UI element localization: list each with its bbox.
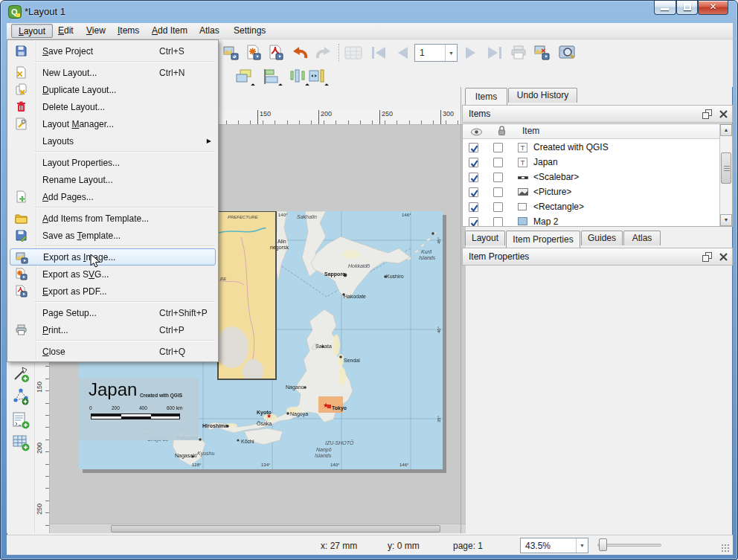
lock-checkbox[interactable] [493,158,503,167]
graticule-label: 134° [261,462,270,468]
zoom-full-icon[interactable] [557,42,578,63]
item-row-japan[interactable]: T Japan [463,155,719,170]
resize-items-icon[interactable] [307,66,328,87]
map-item-inset[interactable]: PREFECTURE RE [217,211,277,380]
visibility-checkbox[interactable] [469,217,478,227]
menu-item-delete-layout[interactable]: Delete Layout... [7,98,218,115]
menu-item-save-project[interactable]: Save Project Ctrl+S [7,42,218,59]
scrollbar-handle[interactable] [721,152,731,184]
float-panel-icon[interactable] [702,252,713,263]
close-panel-icon[interactable] [719,109,729,120]
visibility-checkbox[interactable] [469,173,478,182]
close-panel-icon[interactable] [719,252,729,263]
visibility-checkbox[interactable] [469,158,478,167]
undo-icon[interactable] [289,42,310,63]
menu-item-layout-manager[interactable]: Layout Manager... [7,115,218,132]
menubar-items[interactable]: Items [111,24,146,38]
atlas-first-feature-icon[interactable] [368,42,389,63]
zoom-slider-handle[interactable] [599,538,607,551]
menu-item-print[interactable]: Print... Ctrl+P [7,321,218,338]
atlas-settings-icon[interactable] [343,42,364,63]
menu-item-rename-layout[interactable]: Rename Layout... [7,171,218,188]
atlas-page-combobox[interactable]: 1 ▼ [414,44,458,62]
menu-item-add-pages[interactable]: Add Pages... [7,188,218,205]
map-label-kyushu: Kyushu [197,451,214,457]
item-row-scalebar[interactable]: <Scalebar> [463,170,719,185]
scalebar-item[interactable] [91,413,180,419]
export-pdf-toolbar-icon[interactable] [266,42,286,63]
menubar-add-item[interactable]: Add Item [145,24,194,38]
add-node-item-icon[interactable] [12,387,30,405]
menu-item-close[interactable]: Close Ctrl+Q [7,343,218,360]
submenu-arrow-icon: ▶ [207,138,211,144]
item-row-map2[interactable]: Map 2 [463,215,719,227]
map-label-nagano: Nagano [286,384,304,390]
tab-atlas[interactable]: Atlas [623,231,661,245]
tab-guides[interactable]: Guides [581,231,623,245]
tab-undo-history[interactable]: Undo History [508,88,577,103]
menubar-view[interactable]: View [80,24,112,38]
menubar-settings[interactable]: Settings [227,24,272,38]
menu-item-duplicate-layout[interactable]: Duplicate Layout... [7,81,218,98]
menu-item-page-setup[interactable]: Page Setup... Ctrl+Shift+P [7,304,218,321]
items-table-scrollbar[interactable]: ▲ ▼ [719,124,732,226]
lock-checkbox[interactable] [493,143,503,152]
tab-items[interactable]: Items [465,88,507,105]
minimize-button[interactable] [654,1,676,15]
float-panel-icon[interactable] [702,109,713,120]
menu-item-add-items-from-template[interactable]: Add Items from Template... [7,210,218,227]
menubar-atlas[interactable]: Atlas [193,24,226,38]
atlas-last-feature-icon[interactable] [484,42,505,63]
item-row-picture[interactable]: <Picture> [463,185,719,200]
titlebar[interactable]: Q *Layout 1 ✕ [1,1,738,23]
chevron-down-icon[interactable]: ▼ [576,538,588,553]
tab-item-properties[interactable]: Item Properties [506,231,580,248]
redo-icon[interactable] [313,42,334,63]
scrollbar-handle[interactable] [111,525,440,532]
scroll-up-icon[interactable]: ▲ [720,124,732,136]
menu-item-save-as-template[interactable]: Save as Template... [7,227,218,244]
zoom-level-combobox[interactable]: 43.5% ▼ [520,538,588,553]
map-title: Japan [89,379,137,400]
print-atlas-icon[interactable] [508,42,529,63]
distribute-items-icon[interactable] [288,66,309,87]
raise-items-icon[interactable] [234,66,254,87]
lock-checkbox[interactable] [493,217,503,227]
menubar-edit[interactable]: Edit [51,24,80,38]
lock-checkbox[interactable] [493,173,503,182]
rectangle-item-icon [518,203,527,210]
export-atlas-icon[interactable] [532,42,553,63]
scroll-down-icon[interactable]: ▼ [720,214,732,226]
visibility-checkbox[interactable] [469,143,478,152]
rectangle-item[interactable]: Japan Created with QGIS 0 200 400 600 km [79,378,199,440]
lock-checkbox[interactable] [493,187,503,197]
add-arrow-icon[interactable] [12,365,30,383]
canvas-horizontal-scrollbar[interactable] [50,524,466,533]
export-image-toolbar-icon[interactable] [221,42,242,63]
lock-checkbox[interactable] [493,202,503,212]
resize-grip[interactable] [722,544,729,552]
ruler-label: 200 [318,110,332,125]
visibility-checkbox[interactable] [469,187,478,197]
item-row-rectangle[interactable]: <Rectangle> [463,200,719,215]
menu-item-new-layout[interactable]: New Layout... Ctrl+N [7,64,218,81]
visibility-checkbox[interactable] [469,202,478,212]
chevron-down-icon[interactable]: ▼ [445,45,457,61]
menu-item-layout-properties[interactable]: Layout Properties... [7,154,218,171]
close-button[interactable]: ✕ [698,1,728,15]
item-row-created-with-qgis[interactable]: T Created with QGIS [463,141,719,155]
export-svg-toolbar-icon[interactable] [243,42,264,63]
atlas-next-feature-icon[interactable] [461,42,481,63]
tab-layout[interactable]: Layout [465,231,505,245]
align-items-icon[interactable] [261,66,282,87]
menu-item-export-as-svg[interactable]: Export as SVG... [7,265,218,283]
map-label-sakhalin: Sakhalin [297,214,317,220]
menu-item-layouts-submenu[interactable]: Layouts ▶ [7,132,218,149]
add-table-icon[interactable] [12,434,30,451]
atlas-previous-feature-icon[interactable] [392,42,413,63]
add-html-icon[interactable] [12,411,30,429]
menubar-layout[interactable]: Layout [11,24,53,38]
menu-item-export-as-image[interactable]: Export as Image... [10,248,216,265]
menu-item-export-as-pdf[interactable]: Export as PDF... [7,283,218,300]
maximize-button[interactable] [676,1,698,15]
